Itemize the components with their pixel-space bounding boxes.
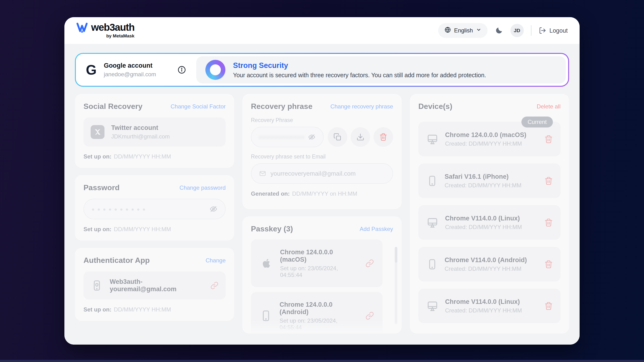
authenticator-account-row: Web3auth-youremail@gmal.com — [84, 272, 226, 300]
passkey-setup-date: Set up on: 23/05/2024, 04:55:44 — [280, 265, 358, 278]
mail-icon — [259, 170, 266, 177]
eye-off-icon[interactable] — [210, 205, 218, 213]
passkey-scrollbar-thumb[interactable] — [395, 247, 397, 263]
passkey-item: Chrome 124.0.0.0 (Android) Set up on: 23… — [251, 292, 382, 334]
device-item: Chrome V114.0.0 (Linux) Created: DD/MM/Y… — [418, 289, 560, 323]
download-phrase-button[interactable] — [350, 127, 370, 147]
device-name: Chrome 124.0.0.0 (macOS) — [445, 131, 538, 139]
passkey-device-icon — [260, 309, 272, 322]
change-password-link[interactable]: Change password — [180, 184, 226, 191]
password-card: Password Change password ●●●●●●●●●● Set … — [75, 175, 234, 241]
trash-icon — [379, 133, 387, 141]
device-name: Chrome V114.0.0 (Linux) — [445, 298, 538, 306]
devices-title: Device(s) — [418, 102, 452, 111]
recovery-phrase-label: Recovery Phrase — [251, 117, 393, 123]
screen-bottom-glow — [0, 360, 644, 362]
device-created-date: Created: DD/MM/YYY HH:MM — [444, 266, 538, 272]
logout-button[interactable]: Logout — [538, 27, 568, 34]
account-security-banner: G Google account janedoe@gmail.com Stron… — [75, 53, 569, 87]
change-social-factor-link[interactable]: Change Social Factor — [170, 103, 226, 110]
setup-on-value: DD/MM/YYYY HH:MM — [114, 306, 171, 313]
web3auth-logo: web3auth by MetaMask — [76, 22, 134, 39]
authenticator-phone-icon — [91, 279, 103, 292]
social-recovery-card: Social Recovery Change Social Factor Twi… — [75, 94, 234, 168]
passkey-device-name: Chrome 124.0.0.0 (Android) — [280, 301, 358, 316]
x-twitter-icon — [91, 125, 104, 139]
authenticator-app-card: Authenticator App Change Web3aut — [75, 248, 234, 321]
account-title: Google account — [104, 62, 156, 69]
security-title: Strong Security — [233, 61, 486, 70]
authenticator-title: Authenticator App — [84, 256, 150, 265]
delete-all-devices-link[interactable]: Delete all — [537, 103, 560, 110]
device-name: Chrome V114.0.0 (Android) — [444, 256, 538, 264]
setup-on-label: Set up on: — [84, 226, 112, 232]
header-actions: English JD Logout — [438, 23, 568, 38]
globe-icon — [444, 26, 451, 34]
security-status: Strong Security Your account is secured … — [196, 56, 566, 83]
unlink-icon[interactable] — [366, 312, 374, 320]
passkey-setup-date: Set up on: 23/05/2024, 04:55:44 — [280, 318, 358, 331]
brand-name: web3auth — [91, 22, 134, 32]
trash-icon[interactable] — [544, 218, 553, 227]
column-right: Device(s) Delete all Current — [410, 94, 569, 334]
device-item: Chrome V114.0.0 (Linux) Created: DD/MM/Y… — [418, 205, 560, 240]
content-area: G Google account janedoe@gmail.com Stron… — [64, 44, 580, 345]
unlink-icon[interactable] — [210, 282, 218, 290]
info-icon[interactable] — [177, 65, 186, 74]
smartphone-icon — [260, 309, 272, 322]
device-type-icon — [426, 133, 439, 146]
eye-off-icon[interactable] — [308, 133, 316, 141]
device-type-icon — [426, 258, 438, 271]
brand-byline: by MetaMask — [106, 33, 134, 39]
recovery-email-value: yourrecoveryemail@gmail.com — [270, 170, 356, 177]
desktop-icon — [426, 300, 439, 313]
trash-icon[interactable] — [544, 135, 553, 143]
device-name: Safari V16.1 (iPhone) — [444, 173, 538, 180]
recovery-email-field[interactable]: yourrecoveryemail@gmail.com — [251, 163, 393, 184]
device-type-icon — [426, 175, 438, 187]
current-device-badge: Current — [522, 116, 553, 127]
password-field[interactable]: ●●●●●●●●●● — [84, 199, 226, 219]
desktop-icon — [426, 216, 439, 229]
password-title: Password — [84, 183, 120, 192]
trash-icon[interactable] — [544, 177, 553, 185]
trash-icon[interactable] — [544, 260, 553, 269]
trash-icon[interactable] — [544, 302, 553, 310]
setup-on-label: Set up on: — [84, 306, 112, 313]
copy-icon — [334, 133, 342, 141]
device-created-date: Created: DD/MM/YYY HH:MM — [444, 182, 538, 189]
column-left: Social Recovery Change Social Factor Twi… — [75, 94, 234, 334]
device-item: Safari V16.1 (iPhone) Created: DD/MM/YYY… — [418, 163, 560, 198]
change-authenticator-link[interactable]: Change — [206, 257, 226, 264]
security-strength-ring-icon — [205, 60, 226, 80]
recovery-phrase-field[interactable]: ●●●●●●●●●●●● — [251, 127, 324, 147]
logout-label: Logout — [550, 27, 568, 34]
change-recovery-phrase-link[interactable]: Change recovery phrase — [330, 103, 393, 110]
copy-phrase-button[interactable] — [328, 127, 347, 147]
device-list: Current Chrome 124.0.0.0 (macOS) Cre — [418, 122, 560, 323]
passkey-item: Chrome 124.0.0.0 (macOS) Set up on: 23/0… — [251, 240, 382, 287]
recovery-email-label: Recovery phrase sent to Email — [251, 153, 393, 160]
google-icon: G — [86, 63, 96, 77]
chevron-down-icon — [476, 27, 481, 34]
smartphone-icon — [426, 175, 438, 187]
web3auth-account-window: web3auth by MetaMask English — [64, 17, 580, 345]
setup-on-value: DD/MM/YYYY HH:MM — [114, 153, 171, 160]
twitter-account-row: Twitter account JDKmurthi@gmail.com — [84, 117, 226, 147]
dark-mode-toggle[interactable] — [495, 26, 503, 35]
recovery-phrase-card: Recovery phrase Change recovery phrase R… — [242, 94, 402, 209]
desktop-icon — [426, 133, 439, 146]
unlink-icon[interactable] — [366, 259, 374, 268]
delete-phrase-button[interactable] — [374, 127, 393, 147]
passkey-title: Passkey (3) — [251, 225, 293, 233]
avatar[interactable]: JD — [510, 24, 524, 37]
header-divider — [531, 25, 532, 36]
device-type-icon — [426, 300, 439, 313]
factors-grid: Social Recovery Change Social Factor Twi… — [75, 94, 569, 334]
add-passkey-link[interactable]: Add Passkey — [360, 226, 393, 232]
language-label: English — [454, 27, 473, 34]
devices-card: Device(s) Delete all Current — [410, 94, 569, 334]
security-description: Your account is secured with three recov… — [233, 72, 486, 79]
language-selector[interactable]: English — [438, 23, 488, 38]
apple-icon — [260, 257, 273, 270]
